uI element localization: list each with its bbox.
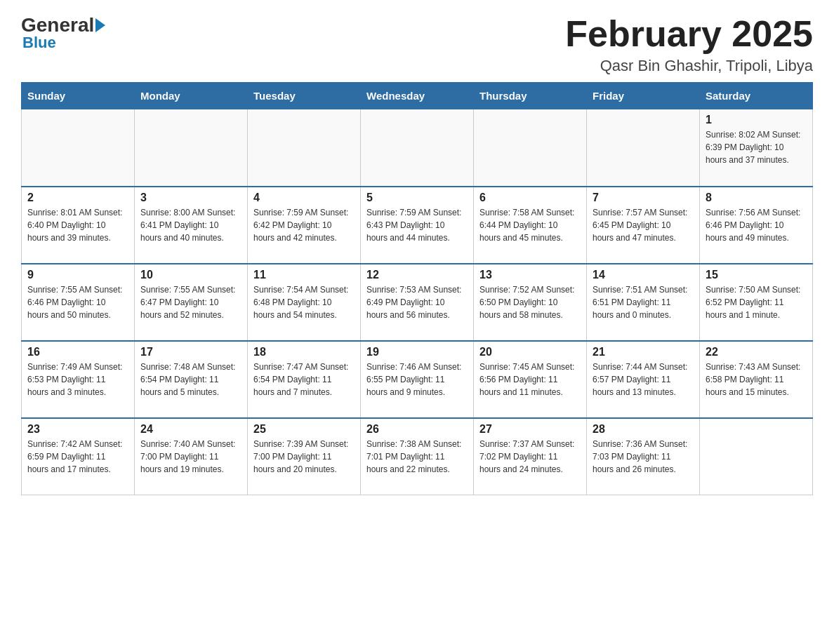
day-number: 15 — [706, 269, 807, 281]
table-row — [474, 109, 587, 187]
day-info: Sunrise: 7:53 AM Sunset: 6:49 PM Dayligh… — [366, 283, 468, 321]
day-number: 23 — [27, 423, 128, 436]
day-number: 6 — [479, 192, 581, 204]
day-info: Sunrise: 7:57 AM Sunset: 6:45 PM Dayligh… — [593, 206, 694, 244]
calendar-week-row: 2Sunrise: 8:01 AM Sunset: 6:40 PM Daylig… — [22, 187, 813, 264]
day-info: Sunrise: 7:54 AM Sunset: 6:48 PM Dayligh… — [253, 283, 355, 321]
day-number: 28 — [593, 423, 694, 436]
table-row: 22Sunrise: 7:43 AM Sunset: 6:58 PM Dayli… — [700, 341, 813, 418]
calendar-table: Sunday Monday Tuesday Wednesday Thursday… — [21, 82, 813, 495]
table-row: 14Sunrise: 7:51 AM Sunset: 6:51 PM Dayli… — [587, 264, 700, 341]
table-row: 17Sunrise: 7:48 AM Sunset: 6:54 PM Dayli… — [135, 341, 248, 418]
day-info: Sunrise: 7:44 AM Sunset: 6:57 PM Dayligh… — [593, 361, 694, 398]
day-number: 11 — [253, 269, 355, 281]
table-row: 8Sunrise: 7:56 AM Sunset: 6:46 PM Daylig… — [700, 187, 813, 264]
day-number: 13 — [479, 269, 581, 281]
day-number: 1 — [706, 114, 807, 126]
day-number: 20 — [479, 346, 581, 358]
day-number: 18 — [253, 346, 355, 358]
day-number: 27 — [479, 423, 581, 436]
table-row: 16Sunrise: 7:49 AM Sunset: 6:53 PM Dayli… — [22, 341, 135, 418]
table-row: 2Sunrise: 8:01 AM Sunset: 6:40 PM Daylig… — [22, 187, 135, 264]
table-row: 1Sunrise: 8:02 AM Sunset: 6:39 PM Daylig… — [700, 109, 813, 187]
table-row: 20Sunrise: 7:45 AM Sunset: 6:56 PM Dayli… — [474, 341, 587, 418]
day-info: Sunrise: 7:50 AM Sunset: 6:52 PM Dayligh… — [706, 283, 807, 321]
day-number: 12 — [366, 269, 468, 281]
table-row: 9Sunrise: 7:55 AM Sunset: 6:46 PM Daylig… — [22, 264, 135, 341]
table-row: 26Sunrise: 7:38 AM Sunset: 7:01 PM Dayli… — [361, 418, 474, 495]
calendar-header-row: Sunday Monday Tuesday Wednesday Thursday… — [22, 83, 813, 109]
day-number: 19 — [366, 346, 468, 358]
day-info: Sunrise: 7:39 AM Sunset: 7:00 PM Dayligh… — [253, 438, 355, 476]
day-info: Sunrise: 7:37 AM Sunset: 7:02 PM Dayligh… — [479, 438, 581, 476]
day-number: 4 — [253, 192, 355, 204]
calendar-week-row: 1Sunrise: 8:02 AM Sunset: 6:39 PM Daylig… — [22, 109, 813, 187]
table-row: 21Sunrise: 7:44 AM Sunset: 6:57 PM Dayli… — [587, 341, 700, 418]
header-thursday: Thursday — [474, 83, 587, 109]
day-number: 10 — [140, 269, 241, 281]
page-header: General Blue February 2025 Qasr Bin Ghas… — [21, 14, 813, 75]
header-saturday: Saturday — [700, 83, 813, 109]
table-row: 27Sunrise: 7:37 AM Sunset: 7:02 PM Dayli… — [474, 418, 587, 495]
day-info: Sunrise: 7:59 AM Sunset: 6:42 PM Dayligh… — [253, 206, 355, 244]
header-sunday: Sunday — [22, 83, 135, 109]
day-info: Sunrise: 8:00 AM Sunset: 6:41 PM Dayligh… — [140, 206, 241, 244]
header-monday: Monday — [135, 83, 248, 109]
table-row: 28Sunrise: 7:36 AM Sunset: 7:03 PM Dayli… — [587, 418, 700, 495]
table-row: 6Sunrise: 7:58 AM Sunset: 6:44 PM Daylig… — [474, 187, 587, 264]
day-info: Sunrise: 7:48 AM Sunset: 6:54 PM Dayligh… — [140, 361, 241, 398]
table-row — [361, 109, 474, 187]
table-row: 12Sunrise: 7:53 AM Sunset: 6:49 PM Dayli… — [361, 264, 474, 341]
day-number: 9 — [27, 269, 128, 281]
day-info: Sunrise: 7:49 AM Sunset: 6:53 PM Dayligh… — [27, 361, 128, 398]
table-row — [248, 109, 361, 187]
table-row: 24Sunrise: 7:40 AM Sunset: 7:00 PM Dayli… — [135, 418, 248, 495]
day-info: Sunrise: 7:52 AM Sunset: 6:50 PM Dayligh… — [479, 283, 581, 321]
table-row — [700, 418, 813, 495]
table-row: 25Sunrise: 7:39 AM Sunset: 7:00 PM Dayli… — [248, 418, 361, 495]
day-info: Sunrise: 8:01 AM Sunset: 6:40 PM Dayligh… — [27, 206, 128, 244]
day-number: 22 — [706, 346, 807, 358]
logo-arrow-icon — [95, 18, 105, 32]
calendar-week-row: 16Sunrise: 7:49 AM Sunset: 6:53 PM Dayli… — [22, 341, 813, 418]
day-number: 16 — [27, 346, 128, 358]
day-info: Sunrise: 7:36 AM Sunset: 7:03 PM Dayligh… — [593, 438, 694, 476]
day-info: Sunrise: 7:51 AM Sunset: 6:51 PM Dayligh… — [593, 283, 694, 321]
day-number: 7 — [593, 192, 694, 204]
day-info: Sunrise: 7:56 AM Sunset: 6:46 PM Dayligh… — [706, 206, 807, 244]
table-row — [587, 109, 700, 187]
table-row: 18Sunrise: 7:47 AM Sunset: 6:54 PM Dayli… — [248, 341, 361, 418]
table-row: 15Sunrise: 7:50 AM Sunset: 6:52 PM Dayli… — [700, 264, 813, 341]
header-tuesday: Tuesday — [248, 83, 361, 109]
calendar-week-row: 23Sunrise: 7:42 AM Sunset: 6:59 PM Dayli… — [22, 418, 813, 495]
day-info: Sunrise: 7:45 AM Sunset: 6:56 PM Dayligh… — [479, 361, 581, 398]
day-number: 5 — [366, 192, 468, 204]
day-number: 25 — [253, 423, 355, 436]
day-number: 26 — [366, 423, 468, 436]
day-number: 8 — [706, 192, 807, 204]
logo: General Blue — [21, 14, 107, 52]
day-info: Sunrise: 7:58 AM Sunset: 6:44 PM Dayligh… — [479, 206, 581, 244]
location-subtitle: Qasr Bin Ghashir, Tripoli, Libya — [565, 57, 813, 75]
table-row: 11Sunrise: 7:54 AM Sunset: 6:48 PM Dayli… — [248, 264, 361, 341]
header-wednesday: Wednesday — [361, 83, 474, 109]
table-row: 19Sunrise: 7:46 AM Sunset: 6:55 PM Dayli… — [361, 341, 474, 418]
table-row: 3Sunrise: 8:00 AM Sunset: 6:41 PM Daylig… — [135, 187, 248, 264]
table-row — [135, 109, 248, 187]
table-row: 7Sunrise: 7:57 AM Sunset: 6:45 PM Daylig… — [587, 187, 700, 264]
month-title: February 2025 — [565, 14, 813, 54]
day-number: 2 — [27, 192, 128, 204]
day-info: Sunrise: 7:47 AM Sunset: 6:54 PM Dayligh… — [253, 361, 355, 398]
logo-blue-text: Blue — [22, 34, 56, 52]
day-info: Sunrise: 7:55 AM Sunset: 6:46 PM Dayligh… — [27, 283, 128, 321]
day-info: Sunrise: 8:02 AM Sunset: 6:39 PM Dayligh… — [706, 128, 807, 166]
header-friday: Friday — [587, 83, 700, 109]
title-block: February 2025 Qasr Bin Ghashir, Tripoli,… — [565, 14, 813, 75]
day-info: Sunrise: 7:43 AM Sunset: 6:58 PM Dayligh… — [706, 361, 807, 398]
table-row: 23Sunrise: 7:42 AM Sunset: 6:59 PM Dayli… — [22, 418, 135, 495]
day-number: 17 — [140, 346, 241, 358]
table-row: 13Sunrise: 7:52 AM Sunset: 6:50 PM Dayli… — [474, 264, 587, 341]
table-row: 5Sunrise: 7:59 AM Sunset: 6:43 PM Daylig… — [361, 187, 474, 264]
table-row: 10Sunrise: 7:55 AM Sunset: 6:47 PM Dayli… — [135, 264, 248, 341]
calendar-week-row: 9Sunrise: 7:55 AM Sunset: 6:46 PM Daylig… — [22, 264, 813, 341]
